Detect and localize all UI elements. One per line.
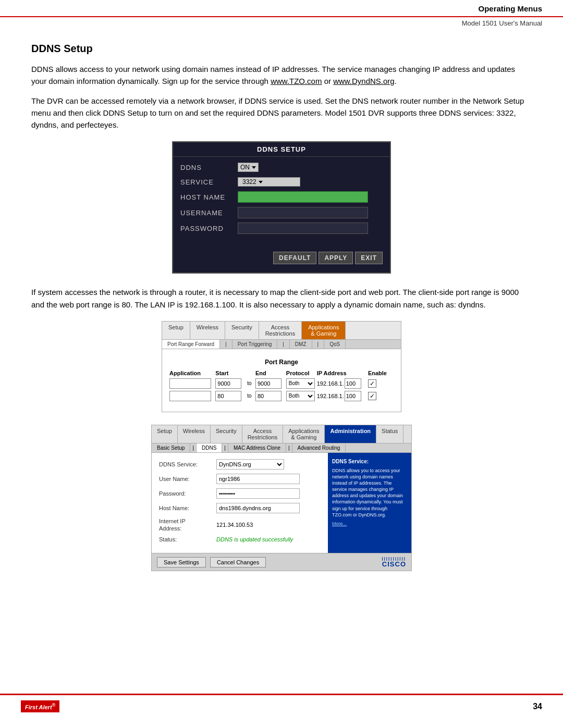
cisco-save-button[interactable]: Save Settings xyxy=(157,557,206,567)
tzo-link[interactable]: www.TZO.com xyxy=(271,77,322,85)
page-number: 34 xyxy=(533,702,542,711)
protocol-select-2[interactable]: Both TCP UDP xyxy=(286,391,315,401)
ddns-label-hostname: HOST NAME xyxy=(180,193,238,201)
header-protocol: Protocol xyxy=(286,370,317,376)
header-ip: IP Address xyxy=(317,370,368,376)
router-screenshot-container: Setup Wireless Security AccessRestrictio… xyxy=(31,321,532,412)
header-enable: Enable xyxy=(368,370,394,376)
main-content: DDNS Setup DDNS allows access to your ne… xyxy=(0,27,563,625)
router-sub-tab-qos[interactable]: QoS xyxy=(324,340,346,349)
cisco-tab-security[interactable]: Security xyxy=(211,425,242,443)
ip-last-input-1[interactable] xyxy=(345,378,361,389)
dyndns-link[interactable]: www.DyndNS.org xyxy=(333,77,395,85)
cisco-sidebar: DDNS Service: DDNS allows you to access … xyxy=(328,453,411,553)
router-tab-wireless[interactable]: Wireless xyxy=(190,322,225,339)
end-input-2[interactable] xyxy=(255,391,282,401)
ddns-default-button[interactable]: DEFAULT xyxy=(273,252,316,264)
cisco-form-row-username: User Name: xyxy=(159,474,321,484)
router-sub-tabs: Port Range Forward | Port Triggering | D… xyxy=(162,340,401,349)
router-tab-setup[interactable]: Setup xyxy=(162,322,190,339)
router-sub-tab-porttriggering[interactable]: Port Triggering xyxy=(232,340,278,349)
cisco-sub-tab-mac[interactable]: MAC Address Clone xyxy=(228,443,286,452)
cisco-sub-tab-basic[interactable]: Basic Setup xyxy=(152,443,190,452)
ip-prefix-2: 192.168.1. xyxy=(317,393,344,399)
page-title: DDNS Setup xyxy=(31,43,532,55)
ddns-screen: DDNS SETUP DDNS ON SERVICE 3322 HOST NAM… xyxy=(172,141,391,274)
ddns-label-ddns: DDNS xyxy=(180,164,238,171)
cisco-footer: Save Settings Cancel Changes |||||||||||… xyxy=(152,553,411,571)
cisco-sidebar-title: DDNS Service: xyxy=(332,458,407,465)
cisco-form: DDNS Service: DynDNS.org TZO.com User Na… xyxy=(152,453,328,553)
cisco-status-value: DDNS is updated successfully xyxy=(216,536,293,542)
router-tab-security[interactable]: Security xyxy=(225,322,259,339)
ddns-input-username[interactable] xyxy=(238,207,368,218)
ddns-row-service: SERVICE 3322 xyxy=(173,175,390,189)
cisco-tab-access[interactable]: AccessRestrictions xyxy=(242,425,283,443)
app-input-1[interactable] xyxy=(169,378,211,389)
router-tab-appgaming[interactable]: Applications& Gaming xyxy=(302,322,346,339)
router-screen: Setup Wireless Security AccessRestrictio… xyxy=(162,321,401,412)
ddns-row-password: PASSWORD xyxy=(173,220,390,236)
port-range-title: Port Range xyxy=(169,359,394,366)
cisco-tab-status[interactable]: Status xyxy=(376,425,403,443)
paragraph-3: If system accesses the network is throug… xyxy=(31,286,532,311)
cisco-sub-tab-ddns[interactable]: DDNS xyxy=(197,443,222,452)
router-sub-tab-separator1: | xyxy=(220,340,232,349)
enable-checkbox-1[interactable] xyxy=(368,379,376,388)
ddns-label-password: PASSWORD xyxy=(180,225,238,232)
ddns-screenshot-container: DDNS SETUP DDNS ON SERVICE 3322 HOST NAM… xyxy=(31,141,532,274)
cisco-cancel-button[interactable]: Cancel Changes xyxy=(210,557,266,567)
end-input-1[interactable] xyxy=(255,378,282,389)
router-sub-tab-separator3: | xyxy=(312,340,325,349)
ddns-value-on[interactable]: ON xyxy=(238,163,259,172)
page-header: Operating Menus xyxy=(0,0,563,17)
cisco-tab-admin[interactable]: Administration xyxy=(325,425,376,443)
cisco-logo: ||||||||||| CISCO xyxy=(382,557,406,567)
first-alert-logo: First Alert® xyxy=(21,700,59,712)
cisco-screen: Setup Wireless Security AccessRestrictio… xyxy=(151,425,412,572)
ddns-row-username: USERNAME xyxy=(173,205,390,220)
cisco-form-row-ip: Internet IPAddress: 121.34.100.53 xyxy=(159,517,321,533)
cisco-label-ip: Internet IPAddress: xyxy=(159,517,216,533)
router-sub-tab-portrange[interactable]: Port Range Forward xyxy=(162,340,220,349)
enable-checkbox-2[interactable] xyxy=(368,392,376,400)
ddns-exit-button[interactable]: EXIT xyxy=(355,252,383,264)
ip-combined-2: 192.168.1. xyxy=(317,391,368,401)
ip-combined-1: 192.168.1. xyxy=(317,378,368,389)
router-sub-tab-dmz[interactable]: DMZ xyxy=(290,340,312,349)
to-label-2: to xyxy=(246,393,255,399)
cisco-label-password: Password: xyxy=(159,490,216,497)
cisco-body: DDNS Service: DynDNS.org TZO.com User Na… xyxy=(152,453,411,553)
cisco-sidebar-text: DDNS allows you to access your network u… xyxy=(332,467,407,518)
dropdown-arrow-service xyxy=(259,181,263,183)
header-start: Start xyxy=(215,370,246,376)
ddns-input-password[interactable] xyxy=(238,223,368,234)
cisco-password-input[interactable] xyxy=(216,488,300,499)
cisco-sub-tab-advanced[interactable]: Advanced Routing xyxy=(292,443,346,452)
cisco-sub-tab-sep3: | xyxy=(286,443,292,452)
cisco-sidebar-more-link[interactable]: More... xyxy=(332,521,347,526)
protocol-select-1[interactable]: Both TCP UDP xyxy=(286,378,315,389)
ip-last-input-2[interactable] xyxy=(345,391,361,401)
app-input-2[interactable] xyxy=(169,391,211,401)
start-input-1[interactable] xyxy=(215,378,241,389)
cisco-label-hostname: Host Name: xyxy=(159,505,216,511)
cisco-label-status: Status: xyxy=(159,536,216,542)
cisco-ip-value: 121.34.100.53 xyxy=(216,522,253,528)
cisco-tab-appgaming[interactable]: Applications& Gaming xyxy=(283,425,325,443)
cisco-tabs-row: Setup Wireless Security AccessRestrictio… xyxy=(152,425,411,443)
ddns-apply-button[interactable]: APPLY xyxy=(319,252,353,264)
ddns-input-hostname[interactable] xyxy=(238,191,368,203)
to-label-1: to xyxy=(246,380,255,386)
cisco-form-row-service: DDNS Service: DynDNS.org TZO.com xyxy=(159,459,321,470)
router-tab-access[interactable]: AccessRestrictions xyxy=(259,322,302,339)
cisco-tab-setup[interactable]: Setup xyxy=(152,425,178,443)
cisco-ddns-service-select[interactable]: DynDNS.org TZO.com xyxy=(216,459,284,470)
start-input-2[interactable] xyxy=(215,391,241,401)
header-end: End xyxy=(255,370,286,376)
cisco-username-input[interactable] xyxy=(216,474,300,484)
cisco-tab-wireless[interactable]: Wireless xyxy=(178,425,211,443)
ddns-value-service[interactable]: 3322 xyxy=(238,177,300,187)
router-tabs-row: Setup Wireless Security AccessRestrictio… xyxy=(162,322,401,340)
cisco-hostname-input[interactable] xyxy=(216,503,300,513)
